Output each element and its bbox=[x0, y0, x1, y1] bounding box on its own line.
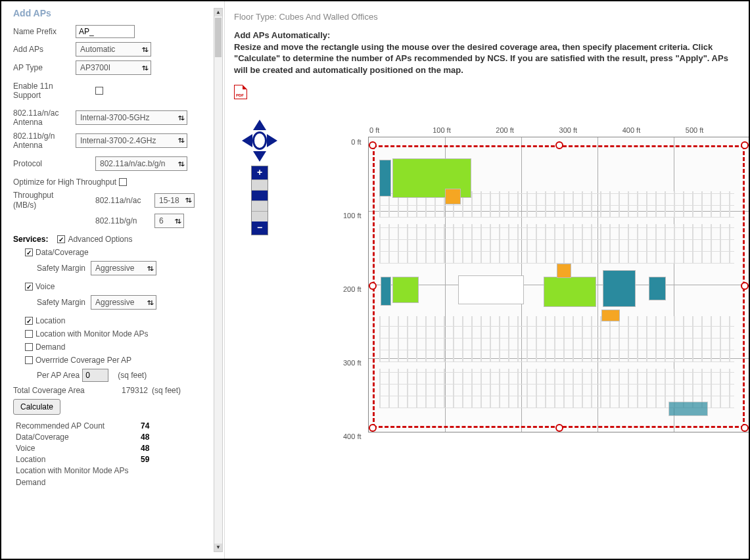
location-monitor-label: Location with Monitor Mode APs bbox=[35, 329, 148, 338]
result-demand-label: Demand bbox=[16, 478, 141, 487]
throughput-a-select[interactable]: 15-18 bbox=[154, 193, 195, 208]
total-coverage-label: Total Coverage Area bbox=[13, 386, 108, 395]
resize-handle-s[interactable] bbox=[555, 424, 563, 432]
safety-margin-label-2: Safety Margin bbox=[37, 298, 85, 307]
sidebar-scrollbar[interactable]: ▲ ▼ bbox=[214, 8, 223, 552]
result-location-val: 59 bbox=[141, 455, 149, 464]
data-coverage-label: Data/Coverage bbox=[35, 248, 89, 257]
floor-type: Floor Type: Cubes And Walled Offices bbox=[234, 12, 739, 22]
antenna-a-label: 802.11a/n/ac Antenna bbox=[13, 108, 76, 128]
optimize-label: Optimize for High Throughput bbox=[13, 177, 116, 187]
pan-right-button[interactable] bbox=[267, 134, 277, 147]
total-coverage-unit: (sq feet) bbox=[152, 386, 181, 395]
instructions: Add APs Automatically: Resize and move t… bbox=[234, 30, 739, 76]
zoom-step[interactable] bbox=[252, 211, 268, 222]
zoom-step[interactable] bbox=[252, 200, 268, 211]
throughput-b-label: 802.11b/g/n bbox=[95, 216, 154, 225]
override-label: Overrride Coverage Per AP bbox=[35, 356, 131, 365]
advanced-label: Advanced Options bbox=[68, 235, 132, 244]
override-checkbox[interactable] bbox=[25, 356, 33, 364]
throughput-b-select[interactable]: 6 bbox=[154, 214, 184, 228]
ap-type-select[interactable]: AP3700I bbox=[76, 60, 151, 75]
antenna-a-select[interactable]: Internal-3700-5GHz bbox=[76, 110, 187, 125]
result-data-label: Data/Coverage bbox=[16, 432, 141, 442]
location-checkbox[interactable] bbox=[25, 317, 33, 325]
result-location-monitor-label: Location with Monitor Mode APs bbox=[16, 466, 141, 475]
name-prefix-label: Name Prefix bbox=[13, 27, 76, 36]
panel-title: Add APs bbox=[13, 8, 212, 18]
resize-handle-e[interactable] bbox=[741, 282, 749, 290]
resize-handle-w[interactable] bbox=[369, 282, 377, 290]
map-area: 0 ft100 ft200 ft300 ft400 ft500 ft 0 ft1… bbox=[343, 126, 749, 432]
throughput-a-label: 802.11a/n/ac bbox=[95, 196, 154, 205]
per-ap-area-input[interactable] bbox=[82, 369, 108, 382]
add-aps-select[interactable]: Automatic bbox=[76, 42, 151, 57]
pan-control bbox=[243, 120, 276, 162]
pan-center-button[interactable] bbox=[252, 131, 267, 150]
recommended-val: 74 bbox=[141, 421, 149, 431]
axis-x: 0 ft100 ft200 ft300 ft400 ft500 ft bbox=[369, 126, 749, 134]
resize-handle-sw[interactable] bbox=[369, 424, 377, 432]
services-heading: Services: bbox=[13, 235, 48, 244]
resize-handle-ne[interactable] bbox=[741, 141, 749, 149]
results-block: Recommended AP Count74 Data/Coverage48 V… bbox=[16, 421, 212, 486]
location-monitor-checkbox[interactable] bbox=[25, 330, 33, 338]
safety-margin-label-1: Safety Margin bbox=[37, 264, 85, 273]
resize-handle-se[interactable] bbox=[741, 424, 749, 432]
calculate-button[interactable]: Calculate bbox=[13, 399, 60, 415]
throughput-label: Throughput (MB/s) bbox=[13, 191, 76, 210]
pan-down-button[interactable] bbox=[253, 151, 266, 162]
result-voice-label: Voice bbox=[16, 444, 141, 453]
protocol-label: Protocol bbox=[13, 159, 76, 168]
result-location-label: Location bbox=[16, 455, 141, 464]
zoom-out-button[interactable]: − bbox=[252, 222, 268, 235]
antenna-b-select[interactable]: Internal-3700-2.4GHz bbox=[76, 133, 187, 148]
zoom-control: + − bbox=[251, 166, 268, 235]
demand-checkbox[interactable] bbox=[25, 343, 33, 351]
voice-checkbox[interactable] bbox=[25, 283, 33, 291]
resize-handle-nw[interactable] bbox=[369, 141, 377, 149]
result-data-val: 48 bbox=[141, 432, 149, 442]
data-coverage-checkbox[interactable] bbox=[25, 248, 33, 256]
sidebar-panel: Add APs Name Prefix Add APs Automatic AP… bbox=[1, 1, 225, 559]
result-voice-val: 48 bbox=[141, 444, 149, 453]
zoom-in-button[interactable]: + bbox=[252, 166, 268, 179]
demand-label: Demand bbox=[35, 342, 65, 352]
voice-safety-select[interactable]: Aggressive bbox=[91, 295, 156, 310]
ap-type-label: AP Type bbox=[13, 63, 76, 72]
resize-handle-n[interactable] bbox=[555, 141, 563, 149]
pan-left-button[interactable] bbox=[242, 134, 252, 147]
name-prefix-input[interactable] bbox=[76, 25, 135, 38]
enable-11n-checkbox[interactable] bbox=[95, 87, 103, 95]
location-label: Location bbox=[35, 316, 65, 325]
add-aps-label: Add APs bbox=[13, 45, 76, 54]
per-ap-unit: (sq feet) bbox=[118, 371, 147, 380]
per-ap-area-label: Per AP Area bbox=[37, 371, 80, 380]
zoom-step[interactable] bbox=[252, 179, 268, 190]
enable-11n-label: Enable 11n Support bbox=[13, 82, 76, 101]
main-panel: Floor Type: Cubes And Walled Offices Add… bbox=[225, 1, 749, 559]
total-coverage-value: 179312 bbox=[122, 386, 148, 395]
pdf-icon[interactable] bbox=[234, 85, 247, 99]
recommended-label: Recommended AP Count bbox=[16, 421, 141, 431]
coverage-rectangle[interactable] bbox=[373, 145, 745, 428]
pan-up-button[interactable] bbox=[253, 120, 266, 130]
protocol-select[interactable]: 802.11a/n/ac.b/g/n bbox=[95, 156, 187, 171]
antenna-b-label: 802.11b/g/n Antenna bbox=[13, 131, 76, 151]
floorplan-map[interactable] bbox=[368, 137, 749, 432]
optimize-checkbox[interactable] bbox=[119, 178, 127, 186]
axis-y: 0 ft100 ft200 ft300 ft400 ft bbox=[343, 138, 365, 506]
advanced-checkbox[interactable] bbox=[57, 235, 65, 243]
voice-label: Voice bbox=[35, 282, 55, 291]
data-safety-select[interactable]: Aggressive bbox=[91, 261, 156, 275]
zoom-step-active[interactable] bbox=[252, 190, 268, 200]
